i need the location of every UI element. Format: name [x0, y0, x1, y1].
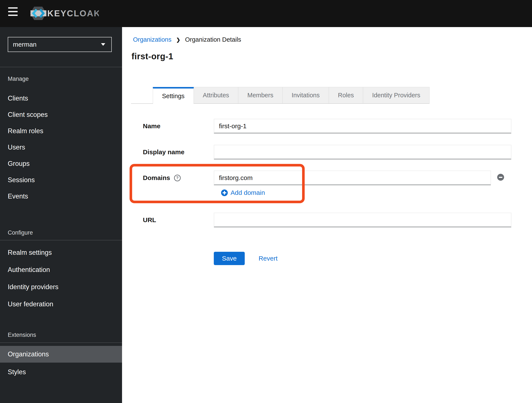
- hamburger-menu-icon[interactable]: [8, 7, 18, 16]
- question-circle-icon[interactable]: ?: [174, 175, 181, 181]
- masthead: KEYCLOAK: [0, 0, 532, 27]
- tab-identity-providers[interactable]: Identity Providers: [363, 87, 430, 104]
- url-label: URL: [143, 213, 156, 227]
- page-title: first-org-1: [132, 51, 173, 61]
- realm-selector[interactable]: merman: [8, 37, 112, 52]
- nav-group-configure: Realm settings Authentication Identity p…: [0, 244, 122, 313]
- tab-bar-leading-border: [131, 87, 153, 104]
- nav-section-manage: Manage: [8, 76, 29, 82]
- save-button[interactable]: Save: [214, 252, 245, 265]
- domain-field[interactable]: [214, 170, 491, 185]
- sidebar-item-identity-providers[interactable]: Identity providers: [0, 278, 122, 296]
- main-content: Organizations ❯ Organization Details fir…: [122, 27, 532, 403]
- display-name-field[interactable]: [214, 145, 511, 159]
- sidebar-item-users[interactable]: Users: [0, 139, 122, 156]
- sidebar-item-sessions[interactable]: Sessions: [0, 172, 122, 188]
- current-realm-name: merman: [13, 41, 101, 48]
- tab-invitations[interactable]: Invitations: [283, 87, 329, 104]
- nav-section-extensions: Extensions: [8, 332, 36, 338]
- sidebar-item-client-scopes[interactable]: Client scopes: [0, 107, 122, 123]
- nav-group-manage: Clients Client scopes Realm roles Users …: [0, 90, 122, 205]
- sidebar-item-events[interactable]: Events: [0, 188, 122, 205]
- form-actions: Save Revert: [214, 252, 278, 265]
- keycloak-admin-screen: KEYCLOAK merman Manage Clients Client sc…: [0, 0, 532, 403]
- sidebar-item-organizations-selected[interactable]: Organizations: [0, 346, 122, 363]
- breadcrumb-organizations-link[interactable]: Organizations: [133, 36, 171, 43]
- sidebar-item-authentication[interactable]: Authentication: [0, 261, 122, 278]
- sidebar-item-groups[interactable]: Groups: [0, 156, 122, 172]
- sidebar-item-clients[interactable]: Clients: [0, 90, 122, 107]
- angle-right-icon: ❯: [176, 37, 180, 43]
- name-field[interactable]: [214, 119, 511, 133]
- sidebar-item-realm-settings[interactable]: Realm settings: [0, 244, 122, 261]
- sidebar-divider: [0, 240, 122, 240]
- tab-attributes[interactable]: Attributes: [194, 87, 239, 104]
- sidebar-item-user-federation[interactable]: User federation: [0, 296, 122, 313]
- sidebar-divider: [0, 67, 122, 67]
- sidebar-nav: merman Manage Clients Client scopes Real…: [0, 27, 122, 403]
- breadcrumb-current: Organization Details: [185, 36, 241, 43]
- name-label: Name: [143, 119, 160, 133]
- add-domain-button[interactable]: Add domain: [221, 189, 265, 196]
- keycloak-logo: KEYCLOAK: [30, 6, 99, 21]
- sidebar-item-realm-roles[interactable]: Realm roles: [0, 123, 122, 139]
- chevron-down-icon: [101, 43, 105, 46]
- sidebar-item-styles[interactable]: Styles: [0, 364, 122, 381]
- minus-circle-icon[interactable]: [497, 174, 504, 181]
- domains-label: Domains ?: [143, 170, 181, 185]
- nav-section-configure: Configure: [8, 229, 33, 236]
- tab-roles[interactable]: Roles: [329, 87, 363, 104]
- tab-settings[interactable]: Settings: [153, 87, 194, 104]
- tab-bar: Settings Attributes Members Invitations …: [131, 87, 430, 104]
- display-name-label: Display name: [143, 145, 184, 159]
- plus-circle-icon: [221, 189, 228, 196]
- add-domain-label: Add domain: [231, 189, 265, 196]
- sidebar-divider: [0, 342, 122, 343]
- tab-members[interactable]: Members: [238, 87, 283, 104]
- url-field[interactable]: [214, 213, 511, 227]
- breadcrumb: Organizations ❯ Organization Details: [133, 36, 241, 43]
- revert-button[interactable]: Revert: [259, 255, 277, 262]
- brand-text: KEYCLOAK: [47, 9, 99, 18]
